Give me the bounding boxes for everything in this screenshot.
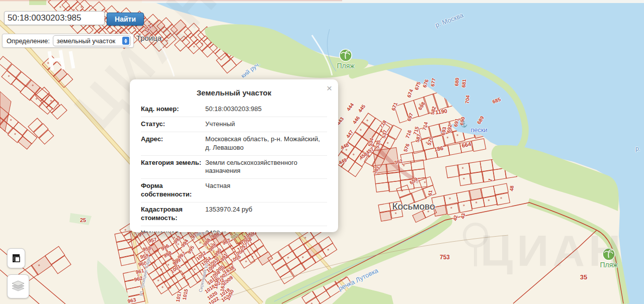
row-value: Московская область, р-н. Можайский, д. Л… [201, 135, 327, 152]
row-value: Частная [201, 182, 327, 199]
find-button[interactable]: Найти [107, 13, 144, 26]
close-icon[interactable]: × [327, 83, 332, 93]
definition-select-value: земельный участок [53, 37, 122, 45]
search-input[interactable] [4, 11, 105, 25]
popup-row: Адрес:Московская область, р-н. Можайский… [141, 132, 327, 156]
definition-panel: Определение: земельный участок [2, 34, 134, 48]
popup-row: Кад. номер:50:18:0030203:985 [141, 102, 327, 117]
popup-rows: Кад. номер:50:18:0030203:985Статус:Учтен… [141, 102, 327, 232]
row-value: 2408 кв.м [201, 229, 327, 232]
definition-label: Определение: [7, 37, 50, 45]
popup-row: Форма собственности:Частная [141, 179, 327, 202]
row-label: Категория земель: [141, 159, 201, 176]
definition-select[interactable]: земельный участок [53, 35, 131, 46]
popup-title: Земельный участок [141, 88, 327, 97]
row-value: Учтенный [201, 120, 327, 129]
row-label: Статус: [141, 120, 201, 129]
popup-tail [225, 232, 239, 232]
layers-icon [11, 280, 25, 293]
row-value: 50:18:0030203:985 [201, 105, 327, 114]
select-stepper-icon[interactable] [122, 37, 129, 45]
row-label: Кадастровая стоимость: [141, 206, 201, 223]
row-value: Земли сельскохозяйственного назначения [201, 159, 327, 176]
row-value: 1353970.24 руб [201, 206, 327, 223]
ruler-icon [11, 253, 21, 263]
popup-row: Кадастровая стоимость:1353970.24 руб [141, 202, 327, 226]
row-label: Кад. номер: [141, 105, 201, 114]
row-label: Адрес: [141, 135, 201, 152]
measure-tool-button[interactable] [7, 248, 25, 268]
row-label: Уточненная площадь: [141, 229, 201, 232]
row-label: Форма собственности: [141, 182, 201, 199]
parcel-info-popup: × Земельный участок Кад. номер:50:18:003… [130, 79, 338, 232]
popup-row: Категория земель:Земли сельскохозяйствен… [141, 156, 327, 179]
popup-row: Статус:Учтенный [141, 117, 327, 132]
layers-button[interactable] [7, 274, 29, 298]
